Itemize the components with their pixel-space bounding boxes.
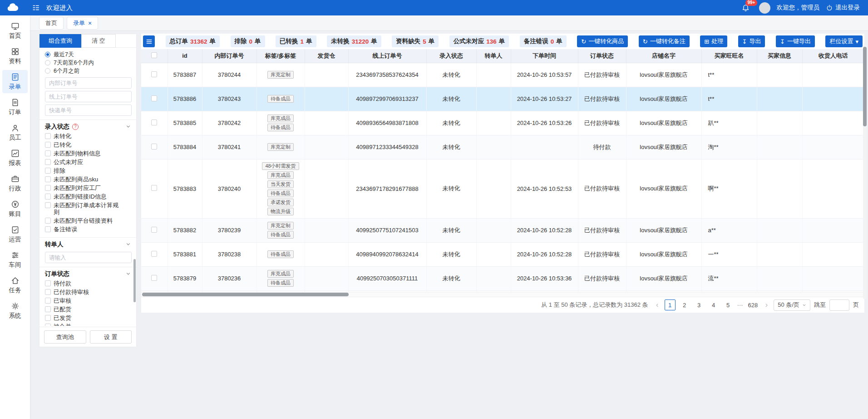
row-checkbox[interactable]: [151, 71, 157, 77]
sidebar-item-data[interactable]: 资料: [2, 45, 28, 68]
date-radio-last7days[interactable]: 最近7天: [39, 50, 136, 59]
online-order-no-input[interactable]: [45, 91, 132, 102]
order-tag: 库克成品: [267, 115, 294, 122]
help-icon[interactable]: ?: [72, 124, 79, 130]
order-status-option[interactable]: 已配货: [39, 305, 136, 314]
process-button[interactable]: ⊞处理: [700, 35, 727, 47]
vertical-scrollbar[interactable]: [863, 45, 867, 299]
table-row[interactable]: 57838843780241库克定制4098971233344549328未转化…: [141, 135, 864, 159]
page-button-5[interactable]: 5: [723, 299, 734, 310]
logout-button[interactable]: 退出登录: [826, 4, 860, 12]
date-radio-before-6m[interactable]: 6个月之前: [39, 67, 136, 75]
transfer-person-input[interactable]: [45, 252, 132, 263]
order-status-header[interactable]: 订单状态: [39, 267, 136, 279]
cell-order_status: 已付款待审核: [578, 111, 626, 135]
horizontal-scrollbar[interactable]: [141, 292, 864, 297]
page-button-1[interactable]: 1: [665, 299, 676, 310]
sidebar-item-operations[interactable]: 运营: [2, 223, 28, 246]
page-button-2[interactable]: 2: [679, 299, 690, 310]
filter-settings-button[interactable]: 设 置: [90, 330, 132, 344]
convert-product-button[interactable]: ↻一键转化商品: [577, 35, 628, 47]
notification-bell-icon[interactable]: 99+: [741, 4, 750, 12]
page-button-last[interactable]: 628: [747, 299, 760, 310]
row-checkbox[interactable]: [151, 185, 157, 191]
page-button-4[interactable]: 4: [708, 299, 719, 310]
table-row[interactable]: 57838823780239库克定制待备成品409925077510724150…: [141, 218, 864, 242]
sidebar-item-entry[interactable]: 录单: [2, 70, 28, 93]
filter-scrollbar[interactable]: [133, 259, 136, 302]
order-tag: 库克定制: [267, 71, 294, 79]
entry-status-option[interactable]: 备注错误: [39, 225, 136, 234]
transfer-person-header[interactable]: 转单人: [39, 238, 136, 249]
page-size-select[interactable]: 50 条/页: [774, 299, 810, 311]
clear-button[interactable]: 清 空: [81, 34, 116, 48]
sidebar-item-admin[interactable]: 行政: [2, 172, 28, 195]
table-row[interactable]: 57838853780242库克成品待备成品409893656498387180…: [141, 111, 864, 135]
tab-home[interactable]: 首页: [39, 17, 64, 30]
order-status-option[interactable]: 已发货: [39, 314, 136, 322]
tab-order-entry[interactable]: 录单 ×: [67, 17, 98, 30]
checkbox-icon: [45, 324, 51, 326]
jump-page-input[interactable]: [829, 299, 849, 311]
menu-toggle-icon[interactable]: [32, 4, 40, 12]
row-checkbox[interactable]: [151, 95, 157, 101]
list-view-button[interactable]: [143, 35, 155, 47]
query-pool-button[interactable]: 查询池: [44, 330, 86, 344]
select-all-checkbox[interactable]: [151, 52, 157, 58]
order-tag: 待备成品: [267, 124, 294, 131]
internal-order-no-input[interactable]: [45, 77, 132, 89]
prev-page-button[interactable]: ‹: [654, 301, 661, 309]
entry-status-option[interactable]: 公式未对应: [39, 158, 136, 166]
convert-note-button[interactable]: ↻一键转化备注: [639, 35, 690, 47]
page-button-3[interactable]: 3: [694, 299, 705, 310]
column-settings-button[interactable]: 栏位设置▾: [825, 35, 863, 47]
row-checkbox[interactable]: [151, 275, 157, 281]
sidebar-item-orders[interactable]: 订单: [2, 95, 28, 119]
avatar[interactable]: [759, 2, 770, 14]
sidebar-item-home[interactable]: 首页: [2, 19, 28, 42]
vertical-scrollbar-thumb[interactable]: [863, 47, 867, 126]
sidebar-item-tasks[interactable]: 任务: [2, 274, 28, 297]
combo-query-button[interactable]: 组合查询: [39, 34, 81, 48]
horizontal-scrollbar-thumb[interactable]: [142, 293, 349, 296]
close-icon[interactable]: ×: [88, 20, 92, 26]
order-status-option[interactable]: 已付款待审核: [39, 288, 136, 296]
cell-shop_name: lovsoul家居旗舰店: [626, 111, 701, 135]
entry-status-option[interactable]: 未匹配到商品sku: [39, 175, 136, 184]
cell-entry_status: 未转化: [426, 242, 476, 266]
sidebar-item-reports[interactable]: 报表: [2, 146, 28, 170]
sidebar-item-accounts[interactable]: 账目: [2, 197, 28, 220]
entry-status-option[interactable]: 未匹配到平台链接资料: [39, 216, 136, 225]
entry-status-option[interactable]: 未匹配到物料信息: [39, 149, 136, 158]
order-status-option[interactable]: 被合并: [39, 322, 136, 326]
row-checkbox[interactable]: [151, 251, 157, 257]
table-row[interactable]: 5783883378024048小时需发货库克成品当天发货待备成品承诺发货物流升…: [141, 159, 864, 218]
entry-status-option[interactable]: 已转化: [39, 140, 136, 149]
entry-status-option[interactable]: 排除: [39, 166, 136, 175]
row-checkbox[interactable]: [151, 227, 157, 233]
cell-receiver_phone: [802, 87, 864, 111]
sidebar-item-workshop[interactable]: 车间: [2, 248, 28, 271]
row-checkbox[interactable]: [151, 144, 157, 150]
entry-status-option[interactable]: 未匹配到链接ID信息: [39, 192, 136, 201]
table-row[interactable]: 57838793780236库克成品待备成品409925070305037111…: [141, 266, 864, 290]
sidebar-item-system[interactable]: 系统: [2, 299, 28, 322]
row-checkbox[interactable]: [151, 120, 157, 125]
table-row[interactable]: 57838813780238待备成品4098940992078632414未转化…: [141, 242, 864, 266]
entry-status-option[interactable]: 未转化: [39, 132, 136, 140]
entry-status-option[interactable]: 未匹配到对应工厂: [39, 184, 136, 192]
next-page-button[interactable]: ›: [763, 301, 770, 309]
date-radio-7d-to-6m[interactable]: 7天前至6个月内: [39, 59, 136, 67]
entry-status-header[interactable]: 录入状态 ?: [39, 120, 136, 132]
sidebar-item-staff[interactable]: 员工: [2, 121, 28, 144]
order-status-option[interactable]: 待付款: [39, 279, 136, 288]
table-row[interactable]: 57838863780243待备成品4098972997069313237未转化…: [141, 87, 864, 111]
export-button[interactable]: ↧导出: [738, 35, 765, 47]
table-row[interactable]: 57838873780244库克定制2343697358537624354未转化…: [141, 63, 864, 87]
order-status-option[interactable]: 已审核: [39, 296, 136, 305]
export-all-button[interactable]: ↧一键导出: [776, 35, 815, 47]
page-unit: 页: [853, 301, 859, 309]
express-no-input[interactable]: [45, 105, 132, 116]
entry-status-option[interactable]: 未匹配到订单成本计算规则: [39, 201, 136, 216]
row-checkbox-cell: [141, 135, 168, 159]
